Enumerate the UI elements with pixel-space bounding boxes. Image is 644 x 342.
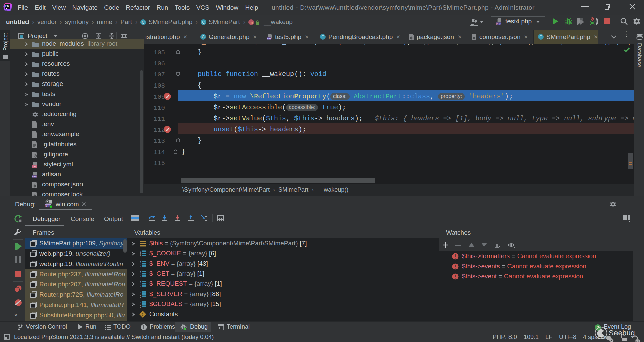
svg-text:PHP: PHP	[496, 22, 501, 25]
svg-text:m: m	[250, 20, 253, 24]
svg-text:C: C	[202, 20, 205, 25]
svg-text:3: 3	[140, 255, 141, 257]
svg-text:C: C	[321, 35, 324, 39]
svg-text:3: 3	[140, 306, 141, 308]
svg-text:Seebug: Seebug	[609, 329, 635, 337]
svg-text:3: 3	[140, 275, 141, 277]
svg-text:1: 1	[140, 281, 141, 283]
svg-text:1: 1	[140, 301, 141, 303]
svg-text:3: 3	[140, 285, 141, 287]
svg-text:PHP: PHP	[32, 175, 37, 178]
svg-text:1: 1	[140, 251, 141, 253]
svg-text:C: C	[202, 35, 205, 39]
svg-text:c: c	[142, 312, 144, 316]
svg-text:YML: YML	[32, 165, 37, 168]
svg-text:3: 3	[140, 265, 141, 267]
svg-text:1: 1	[140, 271, 141, 273]
svg-text:PHP: PHP	[267, 37, 272, 40]
svg-text:C: C	[142, 20, 145, 25]
svg-text:3: 3	[140, 296, 141, 298]
svg-text:1: 1	[140, 291, 141, 293]
svg-text:1: 1	[140, 261, 141, 263]
svg-text:C: C	[539, 35, 542, 39]
